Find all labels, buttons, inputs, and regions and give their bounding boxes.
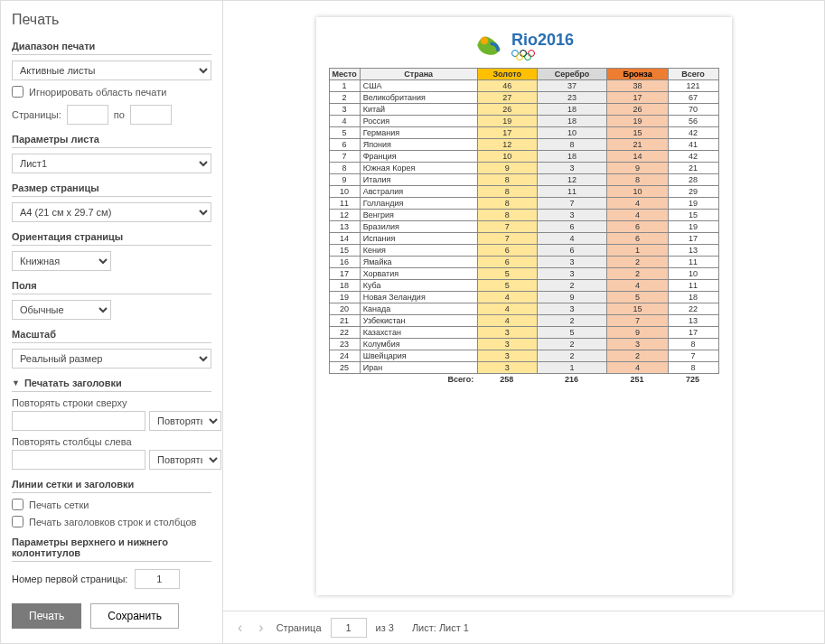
table-header: Место bbox=[329, 69, 360, 80]
table-row: 2Великобритания27231767 bbox=[329, 92, 718, 104]
table-row: 15Кения66113 bbox=[329, 245, 718, 257]
page-size-select[interactable]: A4 (21 см x 29.7 см) bbox=[12, 202, 211, 222]
repeat-rows-label: Повторять строки сверху bbox=[12, 397, 211, 408]
pages-from-input[interactable] bbox=[67, 105, 108, 125]
pager-bar: ‹ › Страница из 3 Лист: Лист 1 bbox=[223, 611, 824, 643]
table-row: 17Хорватия53210 bbox=[329, 268, 718, 280]
scale-select[interactable]: Реальный размер bbox=[12, 349, 211, 369]
table-header: Бронза bbox=[607, 69, 668, 80]
table-row: 24Швейцария3227 bbox=[329, 350, 718, 362]
table-row: 14Испания74617 bbox=[329, 233, 718, 245]
sidebar-title: Печать bbox=[12, 12, 211, 28]
print-grid-checkbox[interactable] bbox=[12, 499, 23, 510]
repeat-cols-input[interactable] bbox=[12, 450, 145, 470]
table-row: 18Куба52411 bbox=[329, 280, 718, 292]
ignore-print-area-checkbox[interactable] bbox=[12, 86, 23, 98]
print-range-select[interactable]: Активные листы bbox=[12, 61, 211, 80]
sheet-params-heading: Параметры листа bbox=[12, 134, 211, 148]
orientation-select[interactable]: Книжная bbox=[12, 251, 111, 271]
preview-canvas: Rio2016 МестоСтранаЗолотоСереброБронзаВс… bbox=[223, 1, 824, 611]
print-button[interactable]: Печать bbox=[12, 603, 81, 629]
sheet-select[interactable]: Лист1 bbox=[12, 154, 211, 173]
table-row: 3Китай26182670 bbox=[329, 104, 718, 116]
ignore-print-area-label: Игнорировать область печати bbox=[29, 87, 166, 98]
pages-to-input[interactable] bbox=[130, 105, 172, 125]
table-row: 16Ямайка63211 bbox=[329, 257, 718, 268]
print-headings-checkbox[interactable] bbox=[12, 516, 23, 527]
table-header: Страна bbox=[360, 69, 477, 80]
repeat-cols-btn[interactable]: Повторять... bbox=[149, 450, 221, 470]
pages-from-label: Страницы: bbox=[12, 109, 61, 120]
print-range-heading: Диапазон печати bbox=[12, 41, 211, 55]
print-preview-area: Rio2016 МестоСтранаЗолотоСереброБронзаВс… bbox=[223, 1, 824, 643]
table-row: 10Австралия8111029 bbox=[329, 186, 718, 198]
print-grid-row[interactable]: Печать сетки bbox=[12, 499, 211, 510]
page-of-label: из 3 bbox=[376, 622, 394, 633]
table-row: 25Иран3148 bbox=[329, 362, 718, 374]
pages-to-label: по bbox=[114, 109, 125, 120]
orientation-heading: Ориентация страницы bbox=[12, 231, 211, 246]
scale-heading: Масштаб bbox=[12, 329, 211, 343]
table-row: 19Новая Зеландия49518 bbox=[329, 292, 718, 303]
svg-point-0 bbox=[481, 37, 489, 45]
repeat-rows-input[interactable] bbox=[12, 411, 145, 431]
table-row: 11Голландия87419 bbox=[329, 198, 718, 210]
gridlines-heading: Линии сетки и заголовки bbox=[12, 479, 211, 493]
table-header: Всего bbox=[668, 69, 718, 80]
table-row: 4Россия19181956 bbox=[329, 116, 718, 127]
page-number-input[interactable] bbox=[331, 618, 367, 638]
rio-logo-icon bbox=[473, 30, 504, 61]
page-label: Страница bbox=[277, 622, 322, 633]
print-settings-sidebar: Печать Диапазон печати Активные листы Иг… bbox=[1, 1, 223, 643]
logo-text-block: Rio2016 bbox=[511, 31, 574, 61]
table-row: 5Германия17101542 bbox=[329, 127, 718, 139]
header-footer-heading: Параметры верхнего и нижнего колонтитуло… bbox=[12, 537, 211, 562]
olympic-rings-icon bbox=[511, 50, 574, 61]
repeat-cols-label: Повторять столбцы слева bbox=[12, 436, 211, 447]
margins-select[interactable]: Обычные bbox=[12, 300, 111, 320]
chevron-down-icon: ▼ bbox=[12, 378, 20, 387]
first-page-label: Номер первой страницы: bbox=[12, 574, 127, 584]
first-page-input[interactable] bbox=[135, 569, 180, 589]
prev-page-button[interactable]: ‹ bbox=[234, 620, 246, 636]
table-header: Серебро bbox=[537, 69, 607, 80]
table-row: 7Франция10181442 bbox=[329, 151, 718, 163]
table-row: 6Япония1282141 bbox=[329, 139, 718, 151]
table-row: 23Колумбия3238 bbox=[329, 339, 718, 350]
next-page-button[interactable]: › bbox=[255, 620, 267, 636]
print-headings-row[interactable]: Печать заголовков строк и столбцов bbox=[12, 516, 211, 527]
repeat-rows-btn[interactable]: Повторять... bbox=[149, 411, 221, 431]
logo-row: Rio2016 bbox=[329, 30, 719, 61]
table-header: Золото bbox=[477, 69, 537, 80]
table-row: 20Канада431522 bbox=[329, 303, 718, 315]
ignore-print-area-row[interactable]: Игнорировать область печати bbox=[12, 86, 211, 98]
table-row: 12Венгрия83415 bbox=[329, 210, 718, 221]
medals-table: МестоСтранаЗолотоСереброБронзаВсего 1США… bbox=[329, 68, 719, 386]
save-button[interactable]: Сохранить bbox=[90, 603, 179, 629]
table-row: 9Италия812828 bbox=[329, 174, 718, 186]
table-row: 13Бразилия76619 bbox=[329, 221, 718, 233]
page-size-heading: Размер страницы bbox=[12, 182, 211, 197]
sheet-indicator: Лист: Лист 1 bbox=[412, 622, 469, 633]
table-row: 22Казахстан35917 bbox=[329, 327, 718, 339]
table-row: 21Узбекистан42713 bbox=[329, 315, 718, 327]
print-titles-toggle[interactable]: ▼ Печатать заголовки bbox=[12, 378, 211, 392]
table-row: 1США463738121 bbox=[329, 80, 718, 92]
preview-page: Rio2016 МестоСтранаЗолотоСереброБронзаВс… bbox=[316, 17, 732, 595]
logo-text: Rio2016 bbox=[511, 31, 574, 50]
table-row: 8Южная Корея93921 bbox=[329, 163, 718, 174]
margins-heading: Поля bbox=[12, 280, 211, 294]
